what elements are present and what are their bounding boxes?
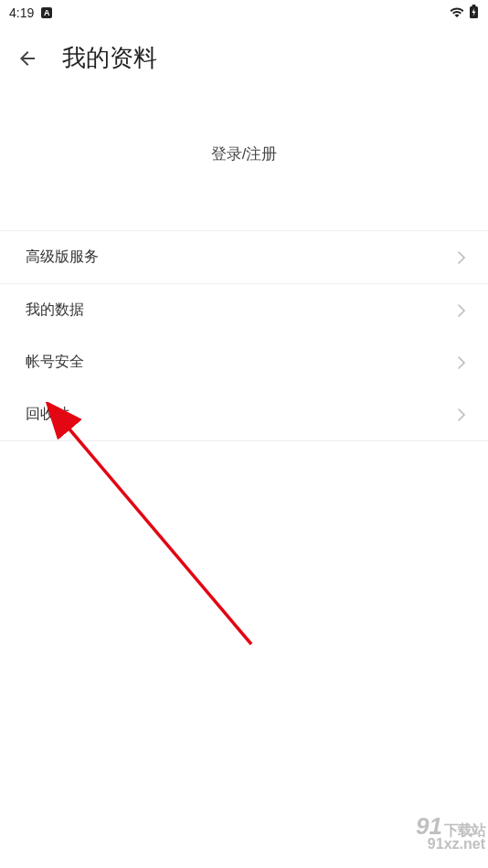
status-indicator-icon: A — [41, 7, 52, 18]
menu-item-label: 高级版服务 — [26, 248, 99, 267]
battery-icon — [469, 5, 479, 22]
watermark: 91 下载站 91xz.net — [394, 814, 485, 865]
menu-item-mydata[interactable]: 我的数据 — [0, 284, 488, 336]
annotation-arrow — [46, 402, 283, 671]
login-section: 登录/注册 — [0, 90, 488, 230]
header: 我的资料 — [0, 26, 488, 90]
login-register-link[interactable]: 登录/注册 — [211, 145, 278, 163]
chevron-right-icon — [453, 302, 470, 319]
menu-item-premium[interactable]: 高级版服务 — [0, 231, 488, 283]
chevron-right-icon — [453, 355, 470, 371]
menu-group-main: 我的数据 帐号安全 回收站 — [0, 284, 488, 441]
chevron-right-icon — [453, 407, 470, 423]
status-time: 4:19 — [9, 5, 34, 20]
svg-rect-1 — [472, 5, 476, 7]
page-title: 我的资料 — [62, 42, 157, 74]
svg-line-3 — [66, 425, 251, 644]
menu-group-premium: 高级版服务 — [0, 230, 488, 284]
arrow-left-icon — [16, 48, 38, 69]
menu-item-label: 回收站 — [26, 405, 69, 424]
status-right — [449, 5, 479, 22]
wifi-icon — [449, 5, 465, 21]
menu-item-security[interactable]: 帐号安全 — [0, 336, 488, 388]
watermark-url: 91xz.net — [394, 836, 485, 852]
menu-item-label: 帐号安全 — [26, 353, 84, 372]
menu-item-recycle[interactable]: 回收站 — [0, 388, 488, 440]
watermark-brand-cn: 下载站 — [444, 823, 485, 838]
back-button[interactable] — [15, 46, 40, 71]
status-left: 4:19 A — [9, 5, 52, 20]
status-bar: 4:19 A — [0, 0, 488, 26]
chevron-right-icon — [453, 249, 470, 266]
menu-item-label: 我的数据 — [26, 301, 84, 320]
watermark-brand-num: 91 — [416, 814, 442, 838]
